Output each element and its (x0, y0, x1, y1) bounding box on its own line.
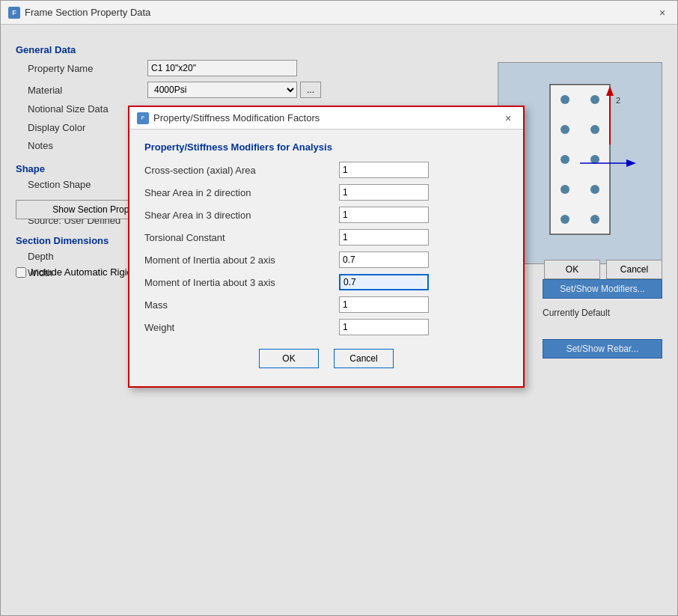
modal-cancel-button[interactable]: Cancel (334, 349, 394, 368)
modal-section-label: Property/Stiffness Modifiers for Analysi… (144, 141, 508, 153)
modal-field-row: Torsional Constant (144, 229, 508, 246)
modal-field-row: Shear Area in 2 direction (144, 184, 508, 201)
modal-dialog: F Property/Stiffness Modification Factor… (128, 106, 525, 388)
modal-field-input[interactable] (339, 296, 429, 313)
modal-fields-container: Cross-section (axial) AreaShear Area in … (144, 162, 508, 335)
modal-field-input[interactable] (339, 251, 429, 268)
modal-field-row: Weight (144, 319, 508, 335)
modal-field-row: Moment of Inertia about 3 axis (144, 274, 508, 290)
modal-field-row: Moment of Inertia about 2 axis (144, 251, 508, 268)
modal-field-label: Cross-section (axial) Area (144, 165, 339, 176)
main-window: F Frame Section Property Data × General … (0, 0, 678, 616)
modal-title-bar: F Property/Stiffness Modification Factor… (129, 107, 523, 129)
modal-field-input[interactable] (339, 207, 429, 223)
modal-field-input[interactable] (339, 162, 429, 178)
modal-field-label: Moment of Inertia about 3 axis (144, 277, 339, 288)
modal-field-label: Shear Area in 2 direction (144, 187, 339, 198)
modal-title: Property/Stiffness Modification Factors (153, 112, 320, 123)
modal-field-label: Mass (144, 299, 339, 311)
modal-buttons-row: OK Cancel (144, 349, 508, 376)
modal-field-row: Cross-section (axial) Area (144, 162, 508, 178)
modal-ok-button[interactable]: OK (259, 349, 319, 368)
modal-icon: F (137, 112, 149, 124)
modal-field-input[interactable] (339, 184, 429, 201)
modal-field-label: Weight (144, 322, 339, 333)
modal-field-input[interactable] (339, 229, 429, 246)
modal-field-label: Torsional Constant (144, 232, 339, 243)
modal-field-input[interactable] (339, 319, 429, 335)
modal-field-row: Mass (144, 296, 508, 313)
modal-close-button[interactable]: × (501, 111, 516, 126)
modal-field-input[interactable] (339, 274, 429, 290)
modal-title-left: F Property/Stiffness Modification Factor… (137, 112, 320, 124)
modal-field-row: Shear Area in 3 direction (144, 207, 508, 223)
modal-field-label: Moment of Inertia about 2 axis (144, 254, 339, 266)
modal-field-label: Shear Area in 3 direction (144, 210, 339, 221)
modal-body: Property/Stiffness Modifiers for Analysi… (129, 129, 523, 386)
